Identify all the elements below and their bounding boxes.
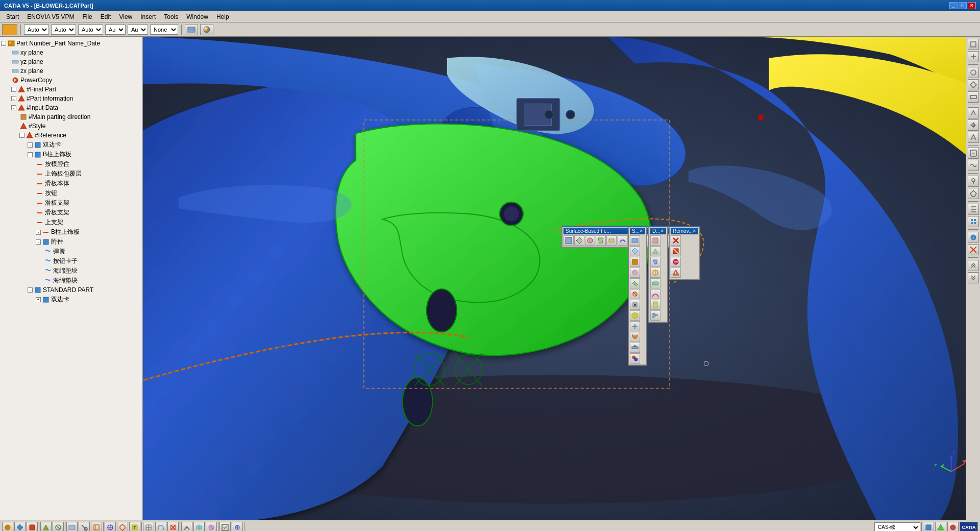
right-btn-17[interactable] [968, 260, 979, 271]
render-btn[interactable] [185, 24, 198, 35]
tree-expand-bs2[interactable]: - [36, 230, 41, 235]
tree-root[interactable]: - Part Number_Part Name_Date [0, 39, 142, 48]
remove-btn-1[interactable] [671, 235, 681, 246]
bottom-btn-1[interactable] [2, 522, 13, 532]
bottom-btn-16[interactable] [193, 522, 205, 532]
toolbar-select-2[interactable]: Auto [51, 25, 76, 35]
s-btn-12[interactable] [630, 353, 640, 364]
d-btn-7[interactable] [650, 300, 660, 310]
tree-expand-std[interactable]: - [28, 287, 33, 293]
bottom-btn-13[interactable] [155, 522, 166, 532]
tree-zx-plane[interactable]: zx plane [0, 66, 142, 76]
right-btn-12[interactable] [968, 188, 979, 199]
remove-toolbar-title[interactable]: Remov... ✕ [671, 228, 698, 234]
right-btn-4[interactable] [968, 79, 979, 90]
right-btn-3[interactable] [968, 67, 979, 78]
s-btn-9[interactable] [630, 321, 640, 331]
tree-ankaka[interactable]: 按钮卡子 [0, 256, 142, 266]
right-btn-14[interactable] [968, 216, 979, 227]
viewport-3d[interactable]: x y z Surface-Based Fe... ✕ [143, 37, 966, 520]
bottom-btn-11[interactable]: T [129, 522, 140, 532]
remove-btn-2[interactable] [671, 246, 681, 256]
surface-btn-4[interactable] [596, 235, 606, 246]
menu-file[interactable]: File [78, 12, 96, 21]
surface-btn-1[interactable] [564, 235, 574, 246]
tree-bshang2[interactable]: - B柱上饰板 [0, 227, 142, 237]
s-btn-2[interactable] [630, 246, 640, 256]
menu-view[interactable]: View [115, 12, 136, 21]
s-toolbar-close[interactable]: ✕ [640, 229, 643, 233]
s-btn-10[interactable] [630, 332, 640, 342]
tree-expand-root[interactable]: - [1, 41, 6, 46]
bottom-btn-2[interactable] [14, 522, 26, 532]
tree-bshang-1[interactable]: - B柱上饰板 [0, 150, 142, 159]
tree-yz-plane[interactable]: yz plane [0, 57, 142, 66]
tree-huaban3[interactable]: 滑板支架 [0, 208, 142, 218]
s-btn-11[interactable] [630, 343, 640, 353]
right-btn-13[interactable] [968, 204, 979, 215]
d-btn-8[interactable] [650, 310, 660, 321]
bottom-btn-6[interactable] [66, 522, 78, 532]
remove-btn-3[interactable] [671, 257, 681, 267]
tree-fujian[interactable]: - 附件 [0, 237, 142, 247]
tree-expand-sk1[interactable]: - [28, 142, 33, 148]
tree-expand-bs1[interactable]: - [28, 152, 33, 157]
right-btn-15[interactable]: i [968, 232, 979, 243]
tree-style[interactable]: #Style [0, 122, 142, 131]
toolbar-select-5[interactable]: Aut [128, 25, 148, 35]
d-btn-2[interactable] [650, 246, 660, 256]
tree-expand-fp[interactable]: - [11, 87, 16, 92]
bottom-btn-19[interactable] [232, 522, 243, 532]
d-btn-5[interactable] [650, 278, 660, 288]
d-btn-6[interactable] [650, 289, 660, 299]
menu-edit[interactable]: Edit [96, 12, 115, 21]
right-btn-8[interactable] [968, 132, 979, 143]
toolbar-select-3[interactable]: Auto [78, 25, 103, 35]
tree-haimian2[interactable]: 海绵垫块 [0, 276, 142, 285]
bottom-btn-17[interactable] [206, 522, 217, 532]
title-controls[interactable]: _ □ ✕ [949, 2, 976, 9]
menu-insert[interactable]: Insert [136, 12, 160, 21]
bottom-btn-22[interactable] [947, 522, 959, 532]
surface-btn-6[interactable] [618, 235, 628, 246]
tree-expand-pi[interactable]: - [11, 96, 16, 101]
menu-enovia[interactable]: ENOVIA V5 VPM [23, 12, 78, 21]
minimize-btn[interactable]: _ [949, 2, 958, 9]
s-btn-4[interactable] [630, 268, 640, 278]
tree-final-part[interactable]: - #Final Part [0, 85, 142, 94]
right-btn-5[interactable] [968, 91, 979, 103]
tree-reference[interactable]: - #Reference [0, 131, 142, 140]
remove-toolbar-close[interactable]: ✕ [693, 229, 696, 233]
bottom-btn-20[interactable] [923, 522, 934, 532]
maximize-btn[interactable]: □ [959, 2, 967, 9]
tree-shangzhi[interactable]: 上支架 [0, 218, 142, 227]
close-btn[interactable]: ✕ [968, 2, 976, 9]
material-btn[interactable] [200, 24, 213, 35]
tree-mojue[interactable]: 按模腔住 [0, 159, 142, 169]
tree-input-data[interactable]: - #Input Data [0, 103, 142, 112]
toolbar-color-btn[interactable] [2, 24, 17, 35]
surface-btn-2[interactable] [574, 235, 584, 246]
d-toolbar-close[interactable]: ✕ [660, 229, 664, 233]
right-btn-16[interactable] [968, 244, 979, 255]
tree-shuangka-1[interactable]: - 双边卡 [0, 140, 142, 150]
bottom-btn-10[interactable] [117, 522, 128, 532]
tree-xy-plane[interactable]: xy plane [0, 48, 142, 57]
toolbar-select-4[interactable]: Aut [105, 25, 126, 35]
s-btn-5[interactable] [630, 278, 640, 288]
d-toolbar-title[interactable]: D... ✕ [650, 228, 666, 234]
surface-btn-3[interactable] [585, 235, 595, 246]
bottom-btn-8[interactable] [91, 522, 102, 532]
tree-haimian1[interactable]: 海绵垫块 [0, 266, 142, 276]
d-btn-4[interactable] [650, 268, 660, 278]
s-toolbar-title[interactable]: S... ✕ [630, 228, 645, 234]
tree-shangbao[interactable]: 上饰板包覆层 [0, 169, 142, 179]
right-btn-10[interactable] [968, 160, 979, 171]
menu-window[interactable]: Window [182, 12, 212, 21]
tree-main-parting[interactable]: #Main parting direction [0, 112, 142, 122]
bottom-btn-7[interactable] [79, 522, 90, 532]
tree-expand-ref[interactable]: - [19, 133, 24, 138]
menu-help[interactable]: Help [212, 12, 233, 21]
bottom-btn-12[interactable] [143, 522, 154, 532]
bottom-btn-18[interactable] [219, 522, 231, 532]
